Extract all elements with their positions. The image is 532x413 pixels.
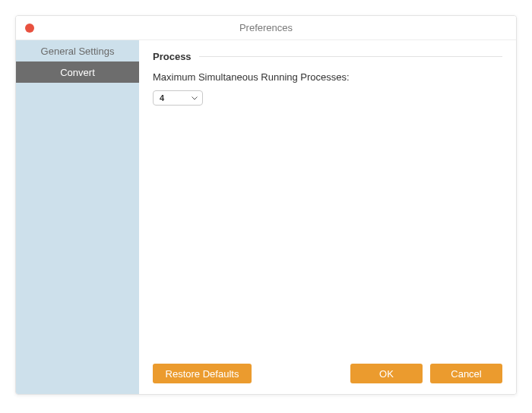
chevron-down-icon	[192, 96, 198, 100]
sidebar-item-label: General Settings	[41, 46, 115, 57]
cancel-button[interactable]: Cancel	[430, 364, 502, 383]
sidebar-item-general-settings[interactable]: General Settings	[16, 40, 139, 61]
restore-defaults-button[interactable]: Restore Defaults	[153, 364, 252, 383]
main-panel: Process Maximum Simultaneous Running Pro…	[139, 40, 516, 394]
dropdown-value: 4	[160, 93, 164, 102]
close-icon[interactable]	[25, 24, 34, 33]
titlebar: Preferences	[16, 16, 516, 40]
window-title: Preferences	[239, 22, 293, 33]
button-row: Restore Defaults OK Cancel	[153, 358, 502, 383]
window-body: General Settings Convert Process Maximum…	[16, 40, 516, 394]
section-divider	[199, 56, 502, 57]
preferences-window: Preferences General Settings Convert Pro…	[15, 15, 517, 395]
max-processes-label: Maximum Simultaneous Running Processes:	[153, 71, 502, 83]
sidebar-item-convert[interactable]: Convert	[16, 61, 139, 83]
sidebar: General Settings Convert	[16, 40, 139, 394]
window-controls	[25, 24, 34, 33]
sidebar-item-label: Convert	[60, 67, 95, 78]
content-area	[153, 106, 502, 358]
ok-button[interactable]: OK	[350, 364, 423, 383]
section-header: Process	[153, 51, 502, 62]
section-title: Process	[153, 51, 192, 62]
max-processes-dropdown[interactable]: 4	[153, 90, 203, 106]
